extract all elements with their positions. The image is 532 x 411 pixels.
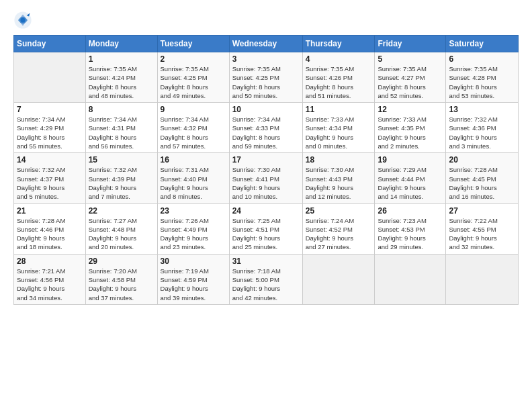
calendar-cell: 25Sunrise: 7:24 AM Sunset: 4:52 PM Dayli… [302, 203, 375, 254]
weekday-header-sunday: Sunday [14, 36, 86, 52]
calendar-cell: 27Sunrise: 7:22 AM Sunset: 4:55 PM Dayli… [446, 203, 519, 254]
day-number: 30 [161, 257, 226, 266]
day-number: 19 [378, 155, 443, 165]
calendar-cell: 13Sunrise: 7:32 AM Sunset: 4:36 PM Dayli… [446, 103, 519, 153]
calendar-week-3: 14Sunrise: 7:32 AM Sunset: 4:37 PM Dayli… [14, 153, 519, 203]
weekday-header-wednesday: Wednesday [229, 36, 302, 52]
logo [13, 11, 35, 30]
calendar-cell: 30Sunrise: 7:19 AM Sunset: 4:59 PM Dayli… [157, 254, 229, 304]
svg-point-1 [21, 18, 26, 23]
day-number: 23 [161, 206, 226, 216]
day-info: Sunrise: 7:23 AM Sunset: 4:53 PM Dayligh… [378, 216, 443, 252]
weekday-header-friday: Friday [375, 36, 446, 52]
calendar-cell: 24Sunrise: 7:25 AM Sunset: 4:51 PM Dayli… [229, 203, 302, 254]
calendar-week-4: 21Sunrise: 7:28 AM Sunset: 4:46 PM Dayli… [14, 203, 519, 254]
calendar-cell: 15Sunrise: 7:32 AM Sunset: 4:39 PM Dayli… [85, 153, 157, 203]
calendar-cell [446, 254, 519, 304]
calendar-cell: 9Sunrise: 7:34 AM Sunset: 4:32 PM Daylig… [157, 103, 229, 153]
day-info: Sunrise: 7:18 AM Sunset: 5:00 PM Dayligh… [232, 267, 300, 302]
calendar-cell: 29Sunrise: 7:20 AM Sunset: 4:58 PM Dayli… [85, 254, 157, 304]
day-number: 2 [161, 54, 226, 64]
calendar-cell: 1Sunrise: 7:35 AM Sunset: 4:24 PM Daylig… [85, 52, 157, 103]
calendar-table: SundayMondayTuesdayWednesdayThursdayFrid… [13, 35, 519, 305]
calendar-week-1: 1Sunrise: 7:35 AM Sunset: 4:24 PM Daylig… [14, 52, 519, 103]
day-number: 3 [232, 54, 300, 64]
calendar-cell [14, 52, 86, 103]
day-info: Sunrise: 7:19 AM Sunset: 4:59 PM Dayligh… [161, 267, 226, 302]
calendar-cell: 8Sunrise: 7:34 AM Sunset: 4:31 PM Daylig… [85, 103, 157, 153]
day-number: 5 [378, 54, 443, 64]
day-info: Sunrise: 7:35 AM Sunset: 4:26 PM Dayligh… [306, 64, 372, 100]
day-number: 9 [161, 105, 226, 114]
day-info: Sunrise: 7:28 AM Sunset: 4:46 PM Dayligh… [17, 216, 83, 252]
calendar-cell: 7Sunrise: 7:34 AM Sunset: 4:29 PM Daylig… [14, 103, 86, 153]
day-number: 4 [306, 54, 372, 64]
day-number: 8 [89, 105, 154, 114]
calendar-cell: 6Sunrise: 7:35 AM Sunset: 4:28 PM Daylig… [446, 52, 519, 103]
calendar-cell: 26Sunrise: 7:23 AM Sunset: 4:53 PM Dayli… [375, 203, 446, 254]
page-header [13, 11, 519, 30]
calendar-week-2: 7Sunrise: 7:34 AM Sunset: 4:29 PM Daylig… [14, 103, 519, 153]
calendar-cell: 14Sunrise: 7:32 AM Sunset: 4:37 PM Dayli… [14, 153, 86, 203]
day-info: Sunrise: 7:20 AM Sunset: 4:58 PM Dayligh… [89, 267, 154, 302]
calendar-cell [375, 254, 446, 304]
day-info: Sunrise: 7:35 AM Sunset: 4:25 PM Dayligh… [232, 64, 300, 100]
day-number: 13 [449, 105, 515, 114]
calendar-cell: 4Sunrise: 7:35 AM Sunset: 4:26 PM Daylig… [302, 52, 375, 103]
day-number: 16 [161, 155, 226, 165]
day-info: Sunrise: 7:32 AM Sunset: 4:36 PM Dayligh… [449, 115, 515, 150]
day-info: Sunrise: 7:24 AM Sunset: 4:52 PM Dayligh… [306, 216, 372, 252]
day-number: 14 [17, 155, 83, 165]
day-info: Sunrise: 7:32 AM Sunset: 4:37 PM Dayligh… [17, 165, 83, 201]
logo-icon [13, 11, 32, 30]
day-number: 21 [17, 206, 83, 216]
day-number: 11 [306, 105, 372, 114]
calendar-cell: 2Sunrise: 7:35 AM Sunset: 4:25 PM Daylig… [157, 52, 229, 103]
day-info: Sunrise: 7:33 AM Sunset: 4:34 PM Dayligh… [306, 115, 372, 150]
day-number: 10 [232, 105, 300, 114]
day-number: 17 [232, 155, 300, 165]
calendar-week-5: 28Sunrise: 7:21 AM Sunset: 4:56 PM Dayli… [14, 254, 519, 304]
day-info: Sunrise: 7:21 AM Sunset: 4:56 PM Dayligh… [17, 267, 83, 302]
day-number: 7 [17, 105, 83, 114]
day-info: Sunrise: 7:35 AM Sunset: 4:27 PM Dayligh… [378, 64, 443, 100]
day-number: 1 [89, 54, 154, 64]
weekday-header-monday: Monday [85, 36, 157, 52]
calendar-cell: 20Sunrise: 7:28 AM Sunset: 4:45 PM Dayli… [446, 153, 519, 203]
day-info: Sunrise: 7:32 AM Sunset: 4:39 PM Dayligh… [89, 165, 154, 201]
day-info: Sunrise: 7:34 AM Sunset: 4:32 PM Dayligh… [161, 115, 226, 150]
day-number: 29 [89, 257, 154, 266]
calendar-cell [302, 254, 375, 304]
day-info: Sunrise: 7:27 AM Sunset: 4:48 PM Dayligh… [89, 216, 154, 252]
day-info: Sunrise: 7:35 AM Sunset: 4:24 PM Dayligh… [89, 64, 154, 100]
calendar-cell: 16Sunrise: 7:31 AM Sunset: 4:40 PM Dayli… [157, 153, 229, 203]
day-number: 22 [89, 206, 154, 216]
calendar-cell: 21Sunrise: 7:28 AM Sunset: 4:46 PM Dayli… [14, 203, 86, 254]
day-info: Sunrise: 7:25 AM Sunset: 4:51 PM Dayligh… [232, 216, 300, 252]
day-info: Sunrise: 7:30 AM Sunset: 4:43 PM Dayligh… [306, 165, 372, 201]
weekday-header-row: SundayMondayTuesdayWednesdayThursdayFrid… [14, 36, 519, 52]
day-number: 26 [378, 206, 443, 216]
calendar-cell: 11Sunrise: 7:33 AM Sunset: 4:34 PM Dayli… [302, 103, 375, 153]
day-info: Sunrise: 7:30 AM Sunset: 4:41 PM Dayligh… [232, 165, 300, 201]
calendar-cell: 10Sunrise: 7:34 AM Sunset: 4:33 PM Dayli… [229, 103, 302, 153]
calendar-cell: 31Sunrise: 7:18 AM Sunset: 5:00 PM Dayli… [229, 254, 302, 304]
day-number: 12 [378, 105, 443, 114]
calendar-cell: 17Sunrise: 7:30 AM Sunset: 4:41 PM Dayli… [229, 153, 302, 203]
day-number: 27 [449, 206, 515, 216]
day-info: Sunrise: 7:22 AM Sunset: 4:55 PM Dayligh… [449, 216, 515, 252]
calendar-cell: 18Sunrise: 7:30 AM Sunset: 4:43 PM Dayli… [302, 153, 375, 203]
calendar-cell: 22Sunrise: 7:27 AM Sunset: 4:48 PM Dayli… [85, 203, 157, 254]
day-info: Sunrise: 7:34 AM Sunset: 4:29 PM Dayligh… [17, 115, 83, 150]
day-number: 31 [232, 257, 300, 266]
day-number: 20 [449, 155, 515, 165]
day-info: Sunrise: 7:35 AM Sunset: 4:28 PM Dayligh… [449, 64, 515, 100]
day-number: 24 [232, 206, 300, 216]
day-info: Sunrise: 7:28 AM Sunset: 4:45 PM Dayligh… [449, 165, 515, 201]
calendar-cell: 3Sunrise: 7:35 AM Sunset: 4:25 PM Daylig… [229, 52, 302, 103]
day-info: Sunrise: 7:31 AM Sunset: 4:40 PM Dayligh… [161, 165, 226, 201]
day-info: Sunrise: 7:34 AM Sunset: 4:31 PM Dayligh… [89, 115, 154, 150]
calendar-cell: 5Sunrise: 7:35 AM Sunset: 4:27 PM Daylig… [375, 52, 446, 103]
day-info: Sunrise: 7:33 AM Sunset: 4:35 PM Dayligh… [378, 115, 443, 150]
weekday-header-thursday: Thursday [302, 36, 375, 52]
